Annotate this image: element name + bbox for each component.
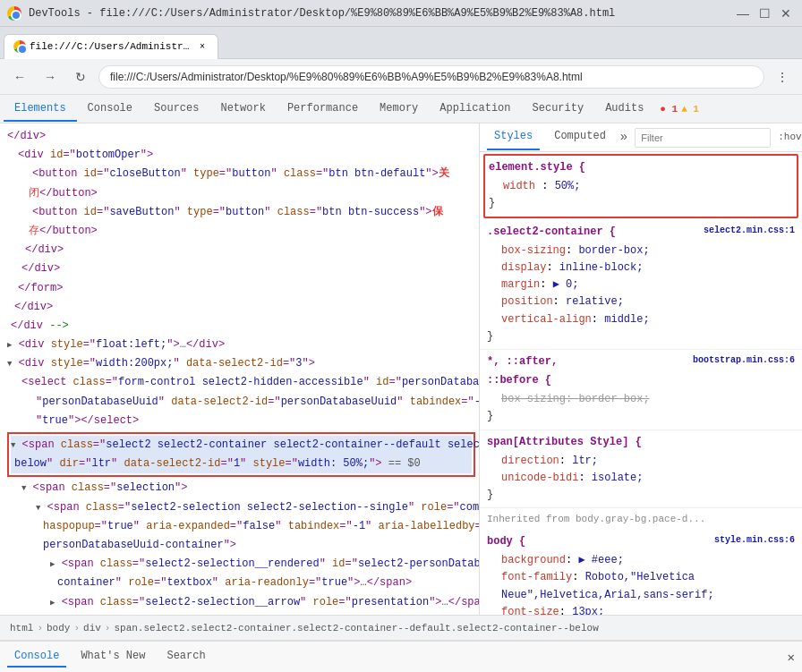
tab-network[interactable]: Network bbox=[209, 97, 276, 122]
hov-button[interactable]: :hov bbox=[778, 130, 801, 146]
breadcrumb-div[interactable]: div bbox=[81, 621, 104, 635]
console-tab-console[interactable]: Console bbox=[7, 646, 66, 668]
source-link[interactable]: bootstrap.min.css:6 bbox=[693, 353, 795, 368]
tab-favicon bbox=[13, 40, 26, 53]
breadcrumb-sep: › bbox=[73, 623, 80, 634]
html-line: <span class="select2-selection__arrow" r… bbox=[0, 593, 479, 612]
selected-element-highlight: <span class="select2 select2-container s… bbox=[7, 432, 475, 477]
html-line: </div> bbox=[0, 259, 479, 278]
html-line: below" dir="ltr" data-select2-id="1" sty… bbox=[11, 455, 472, 473]
console-tab-search[interactable]: Search bbox=[159, 646, 212, 668]
html-line: <span class="selection"> bbox=[0, 479, 479, 498]
source-link[interactable]: select2.min.css:1 bbox=[704, 224, 795, 238]
html-line: </div> bbox=[0, 298, 479, 317]
expand-arrow[interactable] bbox=[7, 336, 12, 353]
tab-computed[interactable]: Computed bbox=[547, 124, 613, 150]
style-close-brace: } bbox=[487, 487, 795, 504]
style-prop: unicode-bidi: isolate; bbox=[487, 470, 795, 487]
chrome-icon bbox=[7, 6, 21, 21]
source-link[interactable]: style.min.css:6 bbox=[714, 533, 795, 548]
html-line: "personDatabaseUuid" data-select2-id="pe… bbox=[0, 393, 479, 412]
browser-tab[interactable]: file:///C:/Users/Administrator/Desktop/%… bbox=[4, 34, 218, 59]
html-line: </div> bbox=[0, 241, 479, 259]
html-line: <select class="form-control select2-hidd… bbox=[0, 373, 479, 392]
minimize-button[interactable]: — bbox=[734, 4, 752, 22]
html-line: <button id="saveButton" type="button" cl… bbox=[0, 203, 479, 222]
tab-performance[interactable]: Performance bbox=[277, 97, 369, 122]
maximize-button[interactable]: ☐ bbox=[755, 4, 773, 22]
style-rule-selector: body { style.min.css:6 bbox=[487, 533, 795, 550]
breadcrumb-sep: › bbox=[37, 623, 43, 634]
element-style-rule: element.style { width : 50%; } bbox=[483, 154, 798, 218]
styles-header: Styles Computed » :hov .cls + ⚙ bbox=[480, 123, 802, 152]
style-prop: box-sizing: border-box; bbox=[487, 391, 795, 408]
html-line: <span class="select2-selection__rendered… bbox=[0, 555, 479, 574]
style-prop: background: ▶ #eee; bbox=[487, 552, 795, 569]
address-bar[interactable] bbox=[98, 65, 764, 89]
elements-panel[interactable]: </div> <div id="bottomOper"> <button id=… bbox=[0, 123, 480, 615]
breadcrumb-bar: html › body › div › span.select2.select2… bbox=[0, 615, 802, 640]
forward-button[interactable]: → bbox=[38, 64, 63, 89]
prop-name: width bbox=[503, 180, 535, 192]
expand-arrow[interactable] bbox=[11, 437, 15, 454]
breadcrumb-sep: › bbox=[105, 623, 111, 634]
tab-memory[interactable]: Memory bbox=[369, 97, 429, 122]
prop-value: 50%; bbox=[555, 180, 581, 192]
browser-toolbar: ← → ↻ ⋮ bbox=[0, 59, 802, 95]
style-rule-selector: span[Attributes Style] { bbox=[487, 434, 795, 451]
reload-button[interactable]: ↻ bbox=[68, 64, 93, 89]
tab-console[interactable]: Console bbox=[77, 97, 143, 122]
expand-arrow[interactable] bbox=[7, 355, 12, 372]
devtools-tab-bar: Elements Console Sources Network Perform… bbox=[0, 95, 802, 123]
inherited-from-label: Inherited from body.gray-bg.pace-d... bbox=[480, 508, 802, 530]
html-line: <span class="select2-selection select2-s… bbox=[0, 498, 479, 517]
style-rule-selector2: ::before { bbox=[487, 372, 795, 389]
expand-arrow[interactable] bbox=[21, 480, 26, 497]
html-line: 闭</button> bbox=[0, 184, 479, 203]
tab-styles[interactable]: Styles bbox=[487, 124, 540, 150]
tab-application[interactable]: Application bbox=[429, 97, 521, 122]
expand-arrow[interactable] bbox=[50, 594, 55, 611]
html-line: haspopup="true" aria-expanded="false" ta… bbox=[0, 517, 479, 536]
style-prop: display: inline-block; bbox=[487, 259, 795, 276]
style-rule-selector: *, ::after, bootstrap.min.css:6 bbox=[487, 353, 795, 370]
style-prop: width : 50%; bbox=[489, 178, 793, 195]
html-line: <button id="closeButton" type="button" c… bbox=[0, 165, 479, 183]
style-prop: margin: ▶ 0; bbox=[487, 276, 795, 293]
html-line: personDatabaseUuid-container"> bbox=[0, 536, 479, 555]
html-line: 存</button> bbox=[0, 222, 479, 241]
styles-filter-input[interactable] bbox=[635, 128, 771, 148]
window-title: DevTools - file:///C:/Users/Administrato… bbox=[29, 7, 727, 20]
html-line: container" role="textbox" aria-readonly=… bbox=[0, 574, 479, 592]
span-attributes-rule: span[Attributes Style] { direction: ltr;… bbox=[480, 430, 802, 509]
expand-arrow[interactable] bbox=[36, 499, 40, 516]
window-controls: — ☐ ✕ bbox=[734, 4, 795, 22]
devtools-main: </div> <div id="bottomOper"> <button id=… bbox=[0, 123, 802, 615]
expand-arrow[interactable] bbox=[50, 556, 55, 573]
style-rule-selector: .select2-container { select2.min.css:1 bbox=[487, 224, 795, 241]
breadcrumb-html[interactable]: html bbox=[7, 621, 36, 635]
tab-audits[interactable]: Audits bbox=[594, 97, 654, 122]
console-bottom-bar: Console What's New Search ✕ bbox=[0, 640, 802, 672]
title-bar: DevTools - file:///C:/Users/Administrato… bbox=[0, 0, 802, 27]
console-tab-whatsnew[interactable]: What's New bbox=[73, 646, 152, 668]
tab-security[interactable]: Security bbox=[522, 97, 595, 122]
tab-sources[interactable]: Sources bbox=[143, 97, 209, 122]
menu-button[interactable]: ⋮ bbox=[770, 64, 795, 89]
close-button[interactable]: ✕ bbox=[777, 4, 795, 22]
html-line: <div style="width:200px;" data-select2-i… bbox=[0, 354, 479, 373]
tab-title: file:///C:/Users/Administrator/Desktop/%… bbox=[30, 41, 192, 52]
tab-elements[interactable]: Elements bbox=[4, 97, 77, 122]
style-close-brace: } bbox=[487, 328, 795, 345]
style-prop: box-sizing: border-box; bbox=[487, 242, 795, 259]
warning-notification: ▲ 1 bbox=[681, 104, 699, 115]
html-line: <div id="bottomOper"> bbox=[0, 146, 479, 165]
breadcrumb-span[interactable]: span.select2.select2-container.select2-c… bbox=[111, 621, 601, 635]
close-devtools-button[interactable]: ✕ bbox=[788, 650, 795, 665]
tab-close-button[interactable]: × bbox=[196, 40, 209, 53]
breadcrumb-body[interactable]: body bbox=[44, 621, 73, 635]
more-tabs-button[interactable]: » bbox=[620, 127, 627, 147]
back-button[interactable]: ← bbox=[7, 64, 32, 89]
style-close-brace: } bbox=[489, 195, 793, 212]
style-rule-selector: element.style { bbox=[489, 159, 793, 176]
